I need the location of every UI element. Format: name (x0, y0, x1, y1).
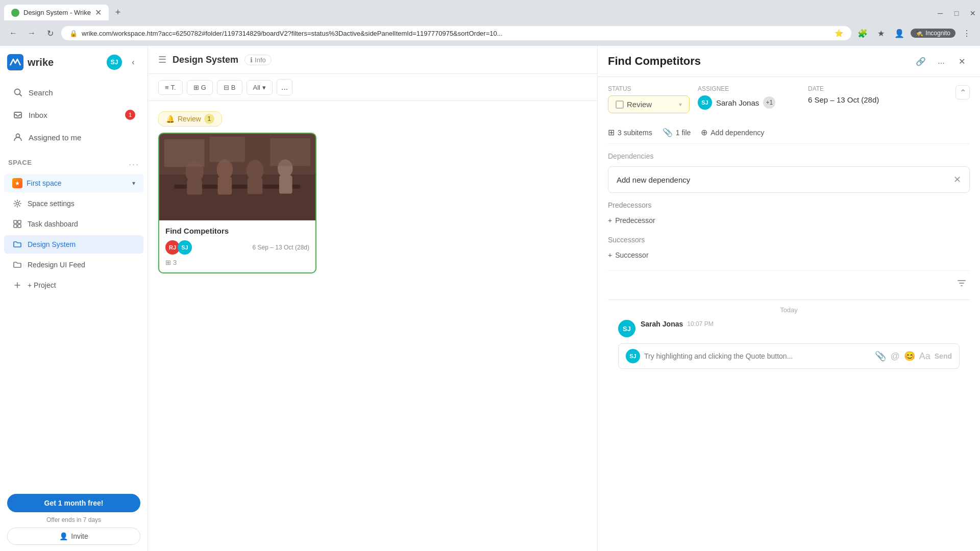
sidebar-item-assigned[interactable]: Assigned to me (4, 127, 143, 148)
add-predecessor-plus-icon: + (608, 216, 612, 224)
side-panel-title: Find Competitors (608, 55, 913, 68)
text-format-icon[interactable]: Aa (919, 351, 930, 362)
expand-details-button[interactable]: ⌃ (955, 85, 970, 99)
search-label: Search (29, 88, 53, 97)
svg-point-20 (247, 160, 264, 181)
incognito-badge: 🕵 Incognito (911, 29, 955, 38)
refresh-button[interactable]: ↻ (43, 26, 57, 40)
close-dependency-button[interactable]: ✕ (953, 174, 961, 185)
chat-input-field[interactable] (644, 352, 871, 360)
new-tab-button[interactable]: + (111, 5, 125, 19)
back-button[interactable]: ← (6, 26, 20, 40)
assignee-label: Assignee (698, 85, 800, 92)
sidebar: wrike SJ ‹ Search Inbox 1 (0, 46, 148, 551)
board-more-button[interactable]: ... (277, 79, 292, 95)
promo-button[interactable]: Get 1 month free! (7, 494, 140, 512)
menu-button[interactable]: ⋮ (960, 26, 974, 40)
sidebar-navigation: Search Inbox 1 Assigned to me (0, 79, 148, 151)
subitems-meta-icon: ⊞ (608, 128, 615, 137)
file-meta-item[interactable]: 📎 1 file (663, 128, 691, 137)
chat-input-actions: 📎 @ 😊 Aa Send (875, 350, 952, 362)
date-label: Date (808, 85, 879, 92)
svg-rect-26 (270, 138, 310, 166)
invite-icon: 👤 (59, 532, 68, 540)
add-dependency-label: Add dependency (710, 129, 764, 137)
gear-icon (12, 198, 22, 209)
emoji-icon[interactable]: 😊 (904, 350, 915, 362)
space-section-more-button[interactable]: ... (129, 157, 139, 168)
invite-label: Invite (71, 532, 88, 540)
design-system-label: Design System (28, 240, 76, 248)
grid-view-icon: ⊞ (193, 84, 199, 91)
mention-icon[interactable]: @ (890, 351, 899, 362)
assignee-row: SJ Sarah Jonas +1 (698, 95, 800, 110)
copy-link-button[interactable]: 🔗 (913, 53, 929, 69)
svg-rect-10 (18, 224, 21, 228)
tab-close-button[interactable]: ✕ (95, 8, 102, 17)
send-button[interactable]: Send (935, 352, 952, 360)
first-space-item[interactable]: ★ First space ▾ (4, 174, 143, 192)
chat-message-content: Sarah Jonas 10:07 PM (641, 320, 960, 337)
chat-date-label: Today (618, 306, 960, 314)
sidebar-header: wrike SJ ‹ (0, 46, 148, 79)
filter-comments-button[interactable] (953, 275, 970, 291)
review-column-header: 🔔 Review 1 (158, 111, 222, 127)
status-badge[interactable]: Review ▾ (608, 95, 690, 113)
board-info-button[interactable]: ℹ Info (244, 55, 272, 65)
sidebar-item-space-settings[interactable]: Space settings (4, 194, 143, 213)
view-table-button[interactable]: ≡ T. (158, 80, 183, 95)
sidebar-item-add-project[interactable]: + Project (4, 276, 143, 294)
add-successor-plus-icon: + (608, 251, 612, 259)
window-close-button[interactable]: ✕ (966, 6, 980, 20)
sidebar-item-search[interactable]: Search (4, 82, 143, 103)
add-dependency-item[interactable]: ⊕ Add dependency (701, 128, 764, 137)
task-card-footer: ⊞ 3 (165, 259, 309, 266)
view-board-button[interactable]: ⊟ B (217, 80, 242, 95)
address-bar[interactable]: 🔒 wrike.com/workspace.htm?acc=6250782#fo… (61, 26, 851, 40)
sidebar-item-task-dashboard[interactable]: Task dashboard (4, 215, 143, 233)
attach-file-icon[interactable]: 📎 (875, 350, 886, 362)
status-label: Status (608, 85, 690, 92)
assigned-label: Assigned to me (29, 133, 81, 142)
window-minimize-button[interactable]: ─ (933, 6, 947, 20)
side-panel: Find Competitors 🔗 ... ✕ Status Review ▾ (597, 46, 980, 551)
user-avatar[interactable]: SJ (107, 55, 122, 70)
svg-rect-24 (164, 139, 205, 167)
window-maximize-button[interactable]: □ (949, 6, 964, 20)
status-checkbox (616, 101, 624, 109)
subitems-meta-label: 3 subitems (618, 129, 652, 137)
add-successor-button[interactable]: + Successor (608, 248, 970, 262)
svg-rect-7 (14, 220, 17, 223)
dependency-icon: ⊕ (701, 128, 707, 137)
filter-all-button[interactable]: All ▾ (247, 80, 273, 95)
subitems-meta-item[interactable]: ⊞ 3 subitems (608, 128, 652, 137)
chat-avatar: SJ (618, 320, 635, 337)
active-tab[interactable]: Design System - Wrike ✕ (4, 5, 109, 20)
bookmark-button[interactable]: ★ (874, 26, 888, 40)
task-card-find-competitors[interactable]: Find Competitors RJ SJ 6 Sep – 13 Oct (2… (158, 133, 316, 273)
profile-button[interactable]: 👤 (892, 26, 906, 40)
add-predecessor-button[interactable]: + Predecessor (608, 213, 970, 228)
close-panel-button[interactable]: ✕ (953, 53, 970, 69)
chat-input-area[interactable]: SJ 📎 @ 😊 Aa Send (618, 343, 960, 369)
dependencies-section: Dependencies Add new dependency ✕ Predec… (608, 152, 970, 262)
svg-rect-8 (18, 220, 21, 223)
invite-button[interactable]: 👤 Invite (7, 528, 140, 545)
sidebar-collapse-button[interactable]: ‹ (126, 55, 140, 69)
assignee-block: Assignee SJ Sarah Jonas +1 (698, 85, 800, 110)
sidebar-item-redesign-ui-feed[interactable]: Redesign UI Feed (4, 256, 143, 274)
forward-button[interactable]: → (24, 26, 39, 40)
wrike-logo[interactable]: wrike (7, 54, 54, 70)
panel-more-button[interactable]: ... (933, 53, 949, 69)
svg-rect-17 (187, 180, 202, 195)
space-chevron-icon: ▾ (132, 180, 135, 187)
side-panel-header: Find Competitors 🔗 ... ✕ (598, 46, 980, 77)
assignee-extra-button[interactable]: +1 (763, 96, 775, 109)
view-grid-button[interactable]: ⊞ G (187, 80, 213, 95)
subitems-count: 3 (173, 259, 177, 266)
sidebar-item-inbox[interactable]: Inbox 1 (4, 104, 143, 126)
extensions-button[interactable]: 🧩 (855, 26, 870, 40)
dependencies-section-title: Dependencies (608, 152, 970, 160)
sidebar-item-design-system[interactable]: Design System (4, 235, 143, 254)
svg-point-0 (13, 10, 18, 15)
